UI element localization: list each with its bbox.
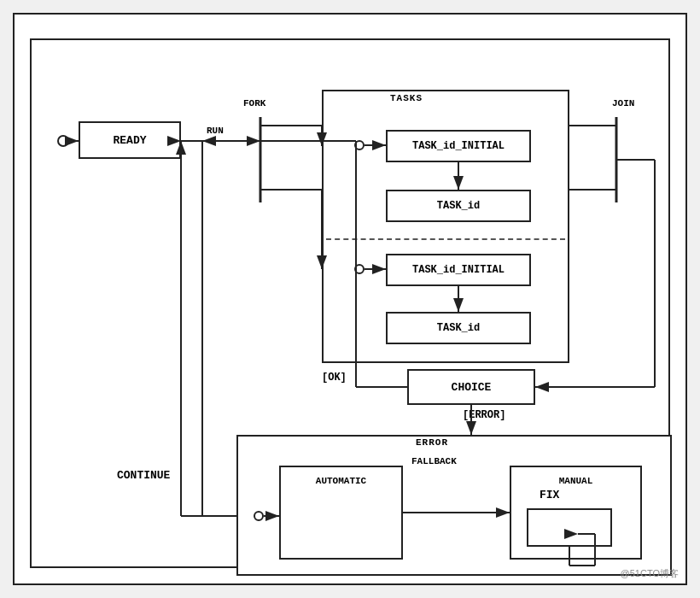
ready-box: READY xyxy=(79,121,181,159)
task1-initial-circle xyxy=(354,140,365,150)
ready-initial-circle xyxy=(57,135,69,147)
tasks-label: TASKS xyxy=(390,93,423,103)
error-arrow-label: [ERROR] xyxy=(463,409,505,421)
task2-initial-circle xyxy=(354,264,365,274)
task-id-1-box: TASK_id xyxy=(386,190,531,222)
inner-box: READY RUN FORK JOIN TASKS TASK_id_INITIA… xyxy=(30,38,670,568)
fork-label: FORK xyxy=(243,98,265,108)
automatic-box: AUTOMATIC xyxy=(279,466,403,560)
task-initial-2-box: TASK_id_INITIAL xyxy=(386,254,531,286)
dashed-divider xyxy=(326,238,565,240)
continue-label: CONTINUE xyxy=(117,469,170,482)
task-id-2-box: TASK_id xyxy=(386,312,531,344)
watermark: @51CTO博客 xyxy=(621,567,679,580)
error-box-label: ERROR xyxy=(416,437,448,448)
run-label: RUN xyxy=(207,126,224,136)
task-initial-1-box: TASK_id_INITIAL xyxy=(386,130,531,162)
join-label: JOIN xyxy=(612,98,634,108)
fix-label: FIX xyxy=(540,489,559,501)
ok-label: [OK] xyxy=(322,372,347,384)
diagram-wrapper: READY RUN FORK JOIN TASKS TASK_id_INITIA… xyxy=(13,13,687,585)
choice-box: CHOICE xyxy=(407,369,535,405)
fix-box xyxy=(527,508,612,547)
auto-initial-circle xyxy=(254,511,264,521)
fallback-label: FALLBACK xyxy=(411,456,457,466)
